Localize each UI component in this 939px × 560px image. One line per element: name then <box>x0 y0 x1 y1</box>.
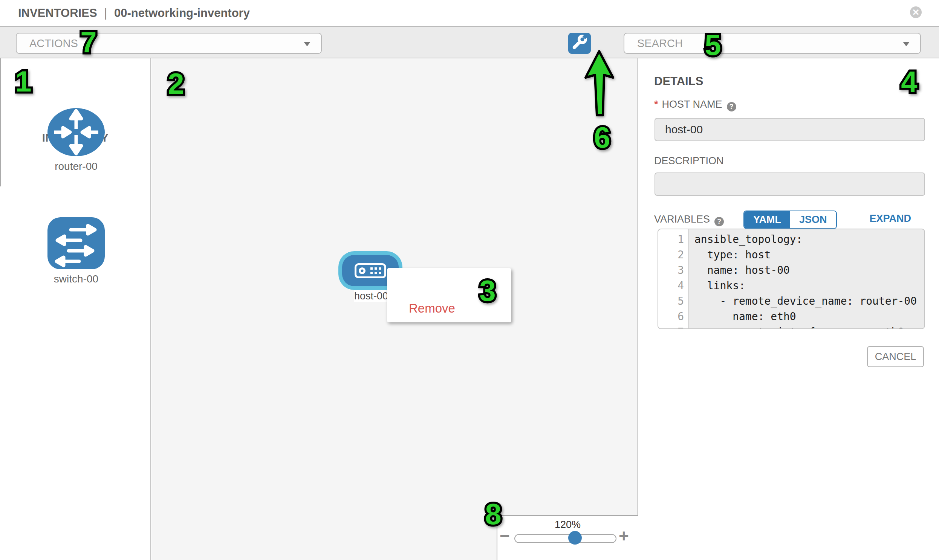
tools-button[interactable] <box>568 33 591 54</box>
code-line: ansible_topology: <box>694 232 924 247</box>
details-panel-title: DETAILS <box>654 75 703 88</box>
variables-row: VARIABLES? YAML JSON EXPAND <box>654 211 925 229</box>
sidebar-item-switch[interactable]: switch-00 <box>48 217 105 271</box>
description-field-label: DESCRIPTION <box>654 155 724 167</box>
tab-json[interactable]: JSON <box>790 211 836 228</box>
host-name-field-label: *HOST NAME? <box>654 98 736 111</box>
line-number: 5 <box>658 293 688 309</box>
host-node-label: host-00 <box>354 290 389 302</box>
page-header: INVENTORIES | 00-networking-inventory ✕ <box>0 0 939 27</box>
variables-label: VARIABLES <box>654 214 710 225</box>
code-line: remote_interface_name: eth0 <box>694 324 924 329</box>
zoom-slider-track[interactable] <box>514 534 617 543</box>
sidebar-scrollbar[interactable] <box>0 58 1 186</box>
page-title: INVENTORIES | 00-networking-inventory <box>18 0 250 26</box>
sidebar-item-label: router-00 <box>20 160 133 172</box>
code-line: name: eth0 <box>694 309 924 324</box>
search-placeholder: SEARCH <box>637 34 683 53</box>
code-line: type: host <box>694 247 924 263</box>
sidebar-item-label: switch-00 <box>20 273 133 285</box>
line-number: 6 <box>658 309 688 324</box>
zoom-in-button[interactable]: + <box>619 527 629 545</box>
format-toggle: YAML JSON <box>743 211 837 229</box>
code-line: links: <box>694 278 924 293</box>
context-menu: Details Remove <box>387 268 511 322</box>
expand-link[interactable]: EXPAND <box>869 213 911 225</box>
zoom-slider-thumb[interactable] <box>568 531 582 545</box>
context-menu-item-remove[interactable]: Remove <box>409 301 455 315</box>
breadcrumb-separator: | <box>104 6 107 20</box>
tab-yaml[interactable]: YAML <box>744 211 790 228</box>
zoom-control: 120% − + <box>496 515 638 560</box>
help-icon[interactable]: ? <box>714 217 724 226</box>
description-label: DESCRIPTION <box>654 155 724 166</box>
chevron-down-icon <box>304 42 310 46</box>
line-number: 3 <box>658 263 688 278</box>
line-number: 1 <box>658 232 688 247</box>
details-panel: DETAILS *HOST NAME? DESCRIPTION VARIABLE… <box>639 58 939 560</box>
help-icon[interactable]: ? <box>727 102 736 111</box>
router-icon <box>48 108 105 157</box>
host-name-label: HOST NAME <box>662 98 722 110</box>
editor-gutter: 1 2 3 4 5 6 7 <box>658 229 689 328</box>
code-line: - remote_device_name: router-00 <box>694 293 924 309</box>
search-dropdown[interactable]: SEARCH <box>624 33 921 54</box>
code-line: name: host-00 <box>694 263 924 278</box>
required-marker: * <box>654 98 658 110</box>
breadcrumb-section: INVENTORIES <box>18 6 97 20</box>
close-button[interactable]: ✕ <box>910 6 922 18</box>
cancel-button[interactable]: CANCEL <box>867 346 924 367</box>
zoom-level-label: 120% <box>497 519 638 531</box>
host-name-input[interactable] <box>655 118 925 141</box>
server-icon <box>355 263 386 278</box>
inventory-topology-screen: INVENTORIES | 00-networking-inventory ✕ … <box>0 0 939 560</box>
line-number: 7 <box>658 324 688 329</box>
zoom-out-button[interactable]: − <box>500 527 510 545</box>
wrench-icon <box>569 33 590 53</box>
switch-icon <box>48 217 105 269</box>
actions-dropdown-label: ACTIONS <box>29 34 78 53</box>
chevron-down-icon <box>903 42 910 46</box>
variables-code-editor[interactable]: 1 2 3 4 5 6 7 ansible_topology: type: ho… <box>657 229 925 329</box>
description-input[interactable] <box>655 172 925 196</box>
close-icon: ✕ <box>912 7 919 17</box>
actions-dropdown[interactable]: ACTIONS <box>16 33 322 54</box>
breadcrumb-item: 00-networking-inventory <box>114 6 250 20</box>
line-number: 2 <box>658 247 688 263</box>
editor-code: ansible_topology: type: host name: host-… <box>694 229 924 329</box>
toolbar: ACTIONS SEARCH <box>0 27 939 58</box>
line-number: 4 <box>658 278 688 293</box>
sidebar-item-router[interactable]: router-00 <box>48 108 105 158</box>
